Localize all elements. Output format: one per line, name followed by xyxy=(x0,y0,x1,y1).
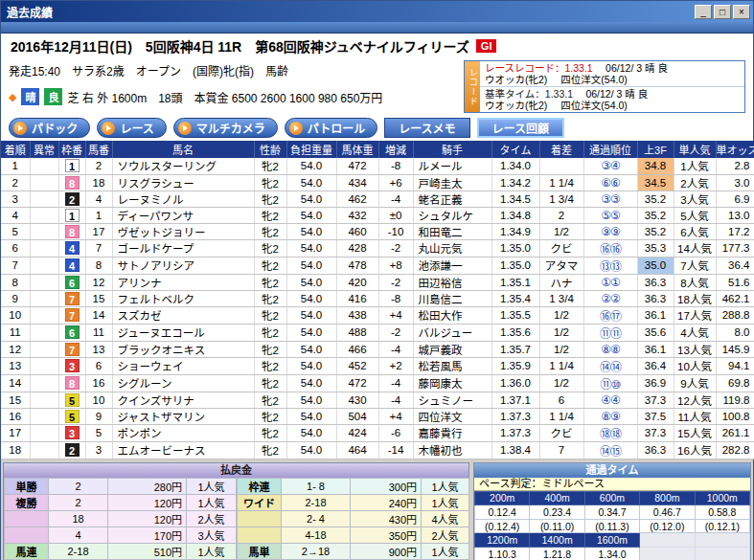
frame-color-box: 6 xyxy=(65,276,80,289)
cell-abnormal xyxy=(30,257,58,274)
cell-horse-num: 10 xyxy=(85,392,112,408)
play-icon xyxy=(102,122,115,135)
race-review-button[interactable]: レース回顧 xyxy=(477,118,564,138)
minimize-button[interactable]: _ xyxy=(695,5,712,19)
race-record-label: レースレコード xyxy=(485,62,555,74)
table-row[interactable]: 11611ジューヌエコール牝254.0488-2バルジュー1.35.61/2⑪⑪… xyxy=(1,324,754,341)
table-row[interactable]: 2818リスグラシュー牝254.0434+6戸崎圭太1.34.21 1/4⑥⑥3… xyxy=(1,174,754,190)
cell-jockey: 松若風馬 xyxy=(413,357,491,374)
payout-panel: 払戻金 単勝2280円1人気複勝2120円1人気18120円2人気4170円3人… xyxy=(3,462,469,560)
cell-finish-pos: 17 xyxy=(1,424,30,441)
table-row[interactable]: 1336ショーウェイ牝254.0452+2松若風馬1.35.91 1/4⑭⑭36… xyxy=(1,357,754,374)
table-row[interactable]: 748サトノアリシア牝254.0478+8池添謙一1.35.0アタマ⑬⑬35.0… xyxy=(1,257,754,274)
cell-passing-order: ③④ xyxy=(583,158,637,174)
standard-time-horse: ウオッカ(牝2) xyxy=(485,100,547,111)
race-record-row: レースレコード：1.33.1 06/12/ 3 晴 良 ウオッカ(牝2)四位洋文… xyxy=(480,61,744,87)
passing-distance-header: 1000m xyxy=(695,491,749,505)
cell-margin xyxy=(539,158,583,174)
cell-abnormal xyxy=(30,408,58,424)
cell-body-weight: 466 xyxy=(336,341,378,357)
cell-sex-age: 牝2 xyxy=(254,374,286,392)
cell-finish-pos: 9 xyxy=(1,290,30,306)
table-row[interactable]: 324レーヌミノル牝254.0462-4蛯名正義1.34.51 3/4③③35.… xyxy=(1,190,754,207)
passing-cumulative-row: 0.12.40.23.40.34.70.46.70.58.8 xyxy=(475,505,750,520)
cell-abnormal xyxy=(30,324,58,341)
table-row[interactable]: 12713ブラックオニキス牝254.0466-4城戸義政1.35.71/2⑧⑧3… xyxy=(1,341,754,357)
cell-frame-num: 6 xyxy=(58,274,85,290)
table-row[interactable]: 647ゴールドケープ牝254.0428-2丸山元気1.35.0クビ⑯⑯35.31… xyxy=(1,239,754,257)
table-row[interactable]: 1659ジャストザマリン牝254.0504+4四位洋文1.37.31 1/4⑧⑨… xyxy=(1,408,754,424)
table-row[interactable]: 10714スズカゼ牝254.0438+4松田大作1.35.51/2⑯⑰36.11… xyxy=(1,306,754,324)
cell-frame-num: 5 xyxy=(58,408,85,424)
cell-carried-weight: 54.0 xyxy=(286,374,336,392)
table-row[interactable]: 1735ポンポン牝254.0424-6嘉藤貴行1.37.3クビ⑱⑱37.315人… xyxy=(1,424,754,441)
video-button-4[interactable]: パトロール xyxy=(285,118,377,138)
cell-frame-num: 2 xyxy=(58,190,85,207)
cell-last3f: 35.2 xyxy=(637,207,674,223)
payout-bet-type: 馬連 xyxy=(5,543,49,559)
cell-horse-name: クインズサリナ xyxy=(112,392,254,408)
table-row[interactable]: 1823エムオービーナス牝254.0464-14木幡初也1.38.47⑭⑮36.… xyxy=(1,441,754,459)
cell-body-weight: 478 xyxy=(336,257,378,274)
cell-passing-order: ⑭⑭ xyxy=(583,357,637,374)
passing-empty-cell xyxy=(695,548,749,560)
table-row[interactable]: 8612アリンナ牝254.0420-2田辺裕信1.35.1ハナ①①36.38人気… xyxy=(1,274,754,290)
cell-win-odds: 288.8 xyxy=(716,306,754,324)
passing-distance-header: 800m xyxy=(640,491,695,505)
cell-time: 1.34.9 xyxy=(491,223,539,239)
cell-win-popularity: 12人気 xyxy=(674,392,716,408)
cell-sex-age: 牝2 xyxy=(254,274,286,290)
cell-win-popularity: 11人気 xyxy=(674,408,716,424)
column-header: 着順 xyxy=(1,141,30,158)
cell-finish-pos: 16 xyxy=(1,408,30,424)
passing-distance-header: 600m xyxy=(584,491,639,505)
cell-last3f: 35.3 xyxy=(637,239,674,257)
video-button-2[interactable]: レース xyxy=(97,118,166,138)
cell-jockey: 藤岡康太 xyxy=(413,374,491,392)
cell-win-popularity: 14人気 xyxy=(674,239,716,257)
payout-row: 4170円3人気 xyxy=(5,526,237,543)
table-row[interactable]: 112ソウルスターリング牝254.0472-8ルメール1.34.0③④34.81… xyxy=(1,158,754,174)
close-button[interactable]: × xyxy=(733,5,750,19)
passing-header-row: 1200m1400m1600m xyxy=(475,533,750,548)
video-button-1[interactable]: パドック xyxy=(9,118,90,138)
table-row[interactable]: 411ディーパワンサ牝254.0432±0シュタルケ1.34.82⑤⑤35.25… xyxy=(1,207,754,223)
table-row[interactable]: 15510クインズサリナ牝254.0430-4シュミノー1.37.16④④37.… xyxy=(1,392,754,408)
cell-carried-weight: 54.0 xyxy=(286,357,336,374)
cell-win-odds: 6.9 xyxy=(716,190,754,207)
table-row[interactable]: 14816シグルーン牝254.0472-4藤岡康太1.36.01/2⑪⑩36.9… xyxy=(1,374,754,392)
video-button-label: マルチカメラ xyxy=(196,120,265,136)
race-record-jockey: 四位洋文(54.0) xyxy=(560,74,627,85)
table-row[interactable]: 9715フェルトベルク牝254.0416-8川島信二1.35.41 3/4②②3… xyxy=(1,290,754,306)
table-row[interactable]: 5817ヴゼットジョリー牝254.0460-10和田竜二1.34.91/2⑨⑨3… xyxy=(1,223,754,239)
passing-lap-time: (0.12.0) xyxy=(640,519,695,533)
maximize-button[interactable]: □ xyxy=(714,5,731,19)
cell-win-odds: 462.1 xyxy=(716,290,754,306)
cell-sex-age: 牝2 xyxy=(254,324,286,341)
cell-jockey: 嘉藤貴行 xyxy=(413,424,491,441)
cell-margin: 1 1/4 xyxy=(539,408,583,424)
cell-time: 1.35.9 xyxy=(491,357,539,374)
cell-carried-weight: 54.0 xyxy=(286,274,336,290)
cell-margin: 7 xyxy=(539,441,583,459)
video-button-label: レース xyxy=(120,120,153,136)
cell-jockey: 蛯名正義 xyxy=(413,190,491,207)
cell-frame-num: 3 xyxy=(58,357,85,374)
frame-color-box: 7 xyxy=(65,343,80,356)
payout-title: 払戻金 xyxy=(4,463,468,478)
video-button-3[interactable]: マルチカメラ xyxy=(173,118,278,138)
passing-empty-cell xyxy=(640,548,695,560)
cell-body-weight-diff: ±0 xyxy=(378,207,413,223)
race-memo-button[interactable]: レースメモ xyxy=(384,118,469,138)
cell-body-weight-diff: -4 xyxy=(378,392,413,408)
cell-horse-name: サトノアリシア xyxy=(112,257,254,274)
passing-lap-time: (0.12.1) xyxy=(695,519,749,533)
cell-win-odds: 94.1 xyxy=(716,357,754,374)
cell-horse-name: ヴゼットジョリー xyxy=(112,223,254,239)
frame-color-box: 8 xyxy=(65,176,80,190)
payout-bet-type xyxy=(5,510,49,526)
cell-finish-pos: 4 xyxy=(1,207,30,223)
cell-sex-age: 牝2 xyxy=(254,190,286,207)
payout-combination: 4 xyxy=(49,526,108,543)
payout-combination: 1- 8 xyxy=(282,478,351,494)
